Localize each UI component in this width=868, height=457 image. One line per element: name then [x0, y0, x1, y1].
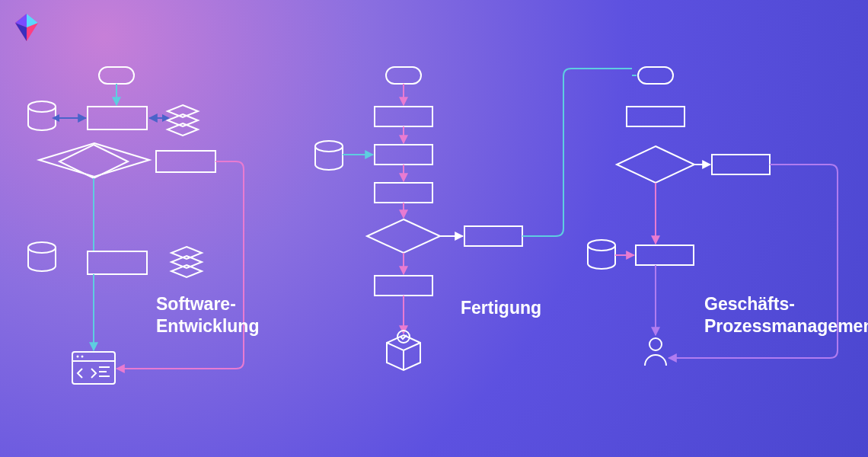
process-shape — [375, 276, 432, 296]
manufacturing-flowchart — [315, 67, 632, 370]
svg-point-42 — [588, 240, 615, 251]
d1 — [28, 67, 198, 177]
process-shape — [375, 145, 432, 165]
svg-point-18 — [28, 242, 56, 253]
label-bpm: Geschäfts-Prozessmanagement — [704, 293, 868, 337]
database-shape — [28, 242, 56, 271]
terminator-shape — [386, 67, 421, 84]
svg-line-14 — [103, 129, 116, 143]
process-shape — [375, 183, 432, 203]
software-development-flowchart — [0, 0, 868, 457]
decision-shape — [617, 146, 694, 183]
terminator-shape — [99, 67, 134, 84]
svg-point-29 — [315, 141, 343, 152]
user-icon — [645, 338, 666, 366]
decision-shape — [39, 143, 149, 177]
decision-shape — [367, 219, 440, 253]
process-shape — [636, 245, 694, 265]
database-shape — [28, 101, 56, 130]
svg-point-23 — [81, 356, 84, 358]
terminator-shape — [638, 67, 673, 84]
process-shape — [88, 251, 147, 274]
process-shape — [156, 151, 215, 172]
label-manufacturing: Fertigung — [461, 297, 541, 319]
svg-point-45 — [649, 338, 662, 350]
package-icon — [387, 331, 420, 370]
svg-point-22 — [77, 356, 79, 358]
code-window-icon — [72, 352, 115, 384]
label-software: Software-Entwicklung — [156, 293, 259, 337]
stack-shape — [171, 247, 202, 277]
database-shape — [588, 240, 615, 269]
process-shape — [712, 155, 770, 174]
process-shape — [464, 226, 522, 246]
process-shape — [88, 107, 147, 129]
process-shape — [627, 107, 685, 126]
stack-shape — [168, 105, 198, 136]
diagram-canvas: Software-Entwicklung Fertigung Geschäfts… — [0, 0, 868, 457]
database-shape — [315, 141, 343, 170]
svg-point-5 — [28, 101, 56, 112]
process-shape — [375, 107, 432, 126]
